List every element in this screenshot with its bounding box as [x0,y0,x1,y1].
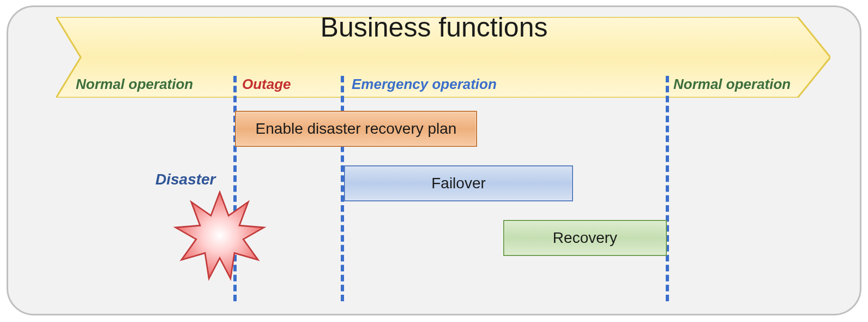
phase-emergency-operation: Emergency operation [352,76,497,93]
banner-title: Business functions [321,11,548,43]
box-label: Recovery [553,229,617,247]
box-label: Failover [431,175,486,192]
starburst-icon [171,187,269,285]
box-failover: Failover [344,165,573,201]
diagram-container: Business functions Normal operation Outa… [7,5,861,315]
svg-marker-1 [176,192,264,278]
divider-normal-resume [666,76,669,301]
box-recovery: Recovery [503,220,667,256]
disaster-label: Disaster [155,171,216,188]
phase-outage: Outage [242,76,291,93]
box-enable-dr-plan: Enable disaster recovery plan [235,111,477,147]
phase-normal-operation-2: Normal operation [673,76,791,93]
phase-normal-operation-1: Normal operation [76,76,193,93]
box-label: Enable disaster recovery plan [256,120,457,138]
